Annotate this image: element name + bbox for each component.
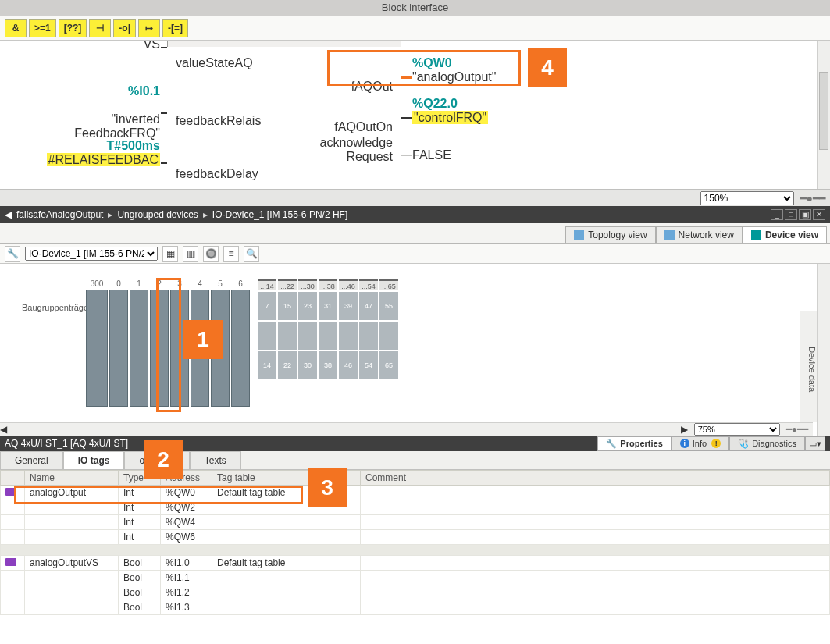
cell-tagtable[interactable]: [212, 530, 361, 545]
breadcrumb-part-2[interactable]: IO-Device_1 [IM 155-6 PN/2 HF]: [212, 209, 347, 220]
tab-diagnostics[interactable]: 🩺 Diagnostics: [729, 436, 805, 451]
mini-slot-cell[interactable]: -: [339, 322, 358, 350]
cell-tagtable[interactable]: [212, 600, 361, 615]
mini-slot-cell[interactable]: 15: [278, 292, 297, 320]
table-row[interactable]: Int%QW4: [1, 515, 830, 530]
cell-comment[interactable]: [361, 585, 830, 600]
toolbar-btn-assign[interactable]: -[=]: [162, 19, 188, 37]
toolbar-btn-and[interactable]: &: [5, 19, 27, 37]
device-data-side-tab[interactable]: Device data: [800, 311, 817, 422]
mini-slot-cell[interactable]: -: [359, 322, 378, 350]
cell-type[interactable]: Bool: [119, 556, 161, 571]
cell-tagtable[interactable]: [212, 571, 361, 585]
hw-zoom-slider-icon[interactable]: ━●━━: [786, 424, 808, 435]
block-scrollbar-vertical[interactable]: [817, 41, 830, 189]
toolbar-btn-coil[interactable]: -o|: [113, 19, 136, 37]
window-max-icon[interactable]: ▣: [799, 209, 811, 220]
cell-tagtable[interactable]: Default tag table: [212, 556, 361, 571]
cell-tagtable[interactable]: [212, 515, 361, 530]
module-slot-0[interactable]: [86, 290, 108, 407]
hw-scroll-left-icon[interactable]: ◀: [0, 424, 7, 435]
device-selector[interactable]: IO-Device_1 [IM 155-6 PN/2 HF]: [25, 247, 158, 261]
cell-tagtable[interactable]: [212, 585, 361, 600]
mini-slot-cell[interactable]: 7: [258, 292, 276, 320]
cell-address[interactable]: %I1.3: [161, 600, 212, 615]
cell-type[interactable]: Int: [119, 530, 161, 545]
module-slot-1[interactable]: [109, 290, 128, 407]
mini-slot-cell[interactable]: 46: [339, 351, 358, 379]
toolbar-btn-arrow[interactable]: ↦: [138, 19, 160, 37]
window-min-icon[interactable]: _: [771, 209, 783, 220]
cell-name[interactable]: [25, 530, 119, 545]
table-row[interactable]: Bool%I1.2: [1, 585, 830, 600]
dv-tool-grid[interactable]: ▦: [162, 246, 178, 262]
cell-name[interactable]: [25, 571, 119, 585]
cell-comment[interactable]: [361, 515, 830, 530]
function-block[interactable]: valueStateAQ feedbackRelais feedbackDela…: [167, 41, 401, 47]
cell-name[interactable]: [25, 515, 119, 530]
dv-tool-frame[interactable]: ▥: [183, 246, 198, 262]
cell-address[interactable]: %I1.1: [161, 571, 212, 585]
module-slot-7[interactable]: [231, 290, 250, 407]
toolbar-btn-unknown[interactable]: [??]: [59, 19, 87, 37]
block-diagram[interactable]: valueStateAQ feedbackRelais feedbackDela…: [0, 41, 830, 189]
breadcrumb-part-1[interactable]: Ungrouped devices: [117, 209, 198, 220]
cell-name[interactable]: [25, 585, 119, 600]
tab-info[interactable]: i Info !: [671, 436, 729, 451]
cell-name[interactable]: analogOutputVS: [25, 556, 119, 571]
cell-type[interactable]: Bool: [119, 600, 161, 615]
table-row[interactable]: [1, 545, 830, 556]
cell-address[interactable]: %I1.2: [161, 585, 212, 600]
table-row[interactable]: Bool%I1.1: [1, 571, 830, 585]
cell-name[interactable]: [25, 600, 119, 615]
cell-type[interactable]: Bool: [119, 585, 161, 600]
toolbar-btn-ge1[interactable]: >=1: [29, 19, 56, 37]
mini-slot-cell[interactable]: 55: [379, 292, 398, 320]
mini-slot-cell[interactable]: 14: [258, 351, 276, 379]
dv-tool-list[interactable]: ≡: [223, 246, 239, 262]
window-rest-icon[interactable]: □: [785, 209, 797, 220]
cell-comment[interactable]: [361, 486, 830, 500]
subtab-texts[interactable]: Texts: [190, 451, 241, 469]
cell-address[interactable]: %QW6: [161, 530, 212, 545]
cell-comment[interactable]: [361, 556, 830, 571]
zoom-slider-icon[interactable]: ━●━━: [800, 192, 825, 205]
hw-zoom-select[interactable]: 75%: [694, 423, 780, 436]
mini-slot-cell[interactable]: -: [278, 322, 297, 350]
cell-address[interactable]: %QW4: [161, 515, 212, 530]
mini-slot-cell[interactable]: 22: [278, 351, 297, 379]
cell-comment[interactable]: [361, 500, 830, 515]
table-row[interactable]: analogOutputVSBool%I1.0Default tag table: [1, 556, 830, 571]
cell-comment[interactable]: [361, 530, 830, 545]
hw-scroll-right-icon[interactable]: ▶: [681, 424, 688, 435]
mini-slot-cell[interactable]: 47: [359, 292, 378, 320]
tab-device-view[interactable]: Device view: [743, 226, 827, 243]
col-comment[interactable]: Comment: [361, 471, 830, 486]
mini-slot-cell[interactable]: 38: [319, 351, 337, 379]
mini-slot-cell[interactable]: 31: [319, 292, 337, 320]
tab-topology-view[interactable]: Topology view: [565, 226, 655, 243]
extension-slots[interactable]: ...14 ...22 ...30 ...38 ...46 ...54 ...6…: [258, 279, 398, 381]
subtab-general[interactable]: General: [0, 451, 63, 469]
dv-tool-find[interactable]: 🔍: [244, 246, 259, 262]
cell-type[interactable]: Bool: [119, 571, 161, 585]
module-slot-2[interactable]: [130, 290, 148, 407]
mini-slot-cell[interactable]: 39: [339, 292, 358, 320]
mini-slot-cell[interactable]: 65: [379, 351, 398, 379]
toolbar-btn-contact[interactable]: ⊣: [89, 19, 111, 37]
tab-network-view[interactable]: Network view: [656, 226, 743, 243]
hw-scrollbar-vertical[interactable]: [817, 264, 830, 436]
mini-slot-cell[interactable]: 23: [298, 292, 317, 320]
window-close-icon[interactable]: ✕: [813, 209, 825, 220]
cell-comment[interactable]: [361, 571, 830, 585]
breadcrumb-part-0[interactable]: failsafeAnalogOutput: [16, 209, 103, 220]
tab-properties[interactable]: 🔧 Properties: [597, 436, 671, 451]
table-row[interactable]: Bool%I1.3: [1, 600, 830, 615]
dv-tool-zoom-sel[interactable]: 🔘: [203, 246, 219, 262]
block-zoom-select[interactable]: 150%: [700, 191, 794, 205]
table-row[interactable]: Int%QW6: [1, 530, 830, 545]
mini-slot-cell[interactable]: 30: [298, 351, 317, 379]
hardware-panel[interactable]: Baugruppenträge... 300 0 1 2 3 4 5 6 ...…: [0, 264, 830, 436]
mini-slot-cell[interactable]: -: [298, 322, 317, 350]
mini-slot-cell[interactable]: 54: [359, 351, 378, 379]
